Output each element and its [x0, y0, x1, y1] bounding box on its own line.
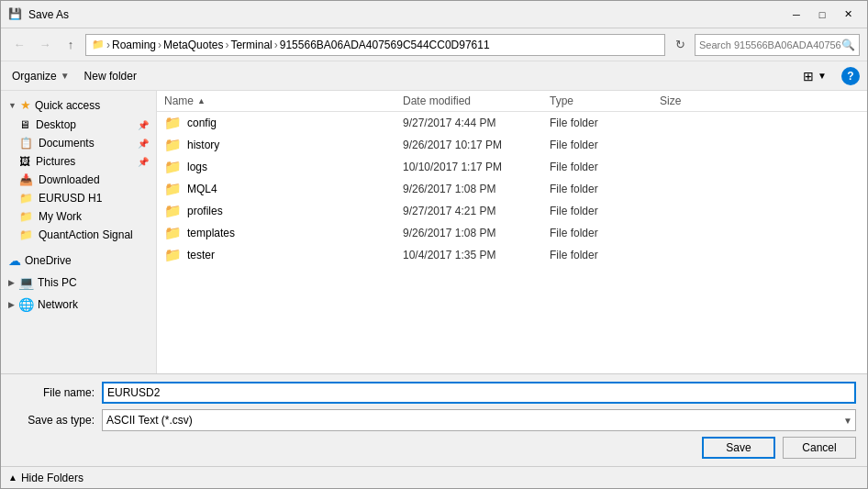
folder-icon: 📁 [164, 115, 182, 131]
documents-icon: 📋 [19, 137, 33, 150]
content-area: ▼ ★ Quick access 🖥 Desktop 📌 📋 Documents… [1, 91, 867, 373]
file-cell-date: 9/26/2017 1:08 PM [403, 227, 550, 239]
breadcrumb-metaquotes: MetaQuotes [163, 39, 223, 51]
network-label: Network [38, 298, 78, 311]
breadcrumb-bar[interactable]: 📁 › Roaming › MetaQuotes › Terminal › 91… [85, 34, 665, 56]
bottom-area: File name: Save as type: ASCII Text (*.c… [1, 373, 867, 466]
file-cell-name: 📁 profiles [164, 203, 403, 219]
file-cell-type: File folder [550, 205, 660, 217]
savetype-select[interactable]: ASCII Text (*.csv) [102, 409, 856, 431]
refresh-button[interactable]: ↻ [669, 34, 691, 56]
back-button[interactable]: ← [8, 34, 30, 56]
quick-access-star-icon: ★ [20, 98, 31, 112]
breadcrumb-terminal: Terminal [230, 39, 272, 51]
table-row[interactable]: 📁 logs 10/10/2017 1:17 PM File folder [157, 156, 867, 178]
file-cell-type: File folder [550, 227, 660, 239]
breadcrumb-roaming: Roaming [112, 39, 156, 51]
sidebar-item-pictures-label: Pictures [36, 155, 75, 168]
thispc-label: This PC [38, 276, 77, 289]
sidebar-item-mywork-label: My Work [39, 210, 82, 223]
cancel-button[interactable]: Cancel [783, 437, 856, 459]
sidebar-section-network[interactable]: ▶ 🌐 Network [1, 294, 156, 316]
file-cell-name: 📁 templates [164, 225, 403, 241]
forward-button[interactable]: → [34, 34, 56, 56]
column-size[interactable]: Size [660, 94, 860, 107]
sidebar-item-documents-label: Documents [39, 137, 95, 150]
table-row[interactable]: 📁 config 9/27/2017 4:44 PM File folder [157, 112, 867, 134]
save-button[interactable]: Save [702, 437, 775, 459]
sidebar-item-downloaded[interactable]: 📥 Downloaded [1, 171, 156, 189]
sidebar-section-thispc[interactable]: ▶ 💻 This PC [1, 272, 156, 294]
column-name[interactable]: Name ▲ [164, 94, 403, 107]
breadcrumb-item: 📁 [92, 39, 105, 50]
new-folder-button[interactable]: New folder [81, 68, 140, 84]
thispc-arrow-icon: ▶ [8, 278, 15, 287]
file-cell-type: File folder [550, 183, 660, 195]
file-name: templates [187, 227, 235, 239]
sidebar-item-pictures[interactable]: 🖼 Pictures 📌 [1, 152, 156, 171]
sidebar-item-mywork[interactable]: 📁 My Work [1, 207, 156, 226]
quantaction-folder-icon: 📁 [19, 228, 33, 241]
file-cell-date: 9/26/2017 1:08 PM [403, 183, 550, 195]
organize-label: Organize [12, 70, 57, 83]
up-button[interactable]: ↑ [60, 34, 82, 56]
pin-icon: 📌 [138, 120, 149, 130]
help-button[interactable]: ? [841, 67, 860, 85]
file-cell-type: File folder [550, 161, 660, 173]
file-name: logs [187, 161, 207, 173]
savetype-row: Save as type: ASCII Text (*.csv) ▼ [12, 409, 856, 431]
table-row[interactable]: 📁 tester 10/4/2017 1:35 PM File folder [157, 244, 867, 266]
table-row[interactable]: 📁 profiles 9/27/2017 4:21 PM File folder [157, 200, 867, 222]
buttons-row: Save Cancel [12, 437, 856, 459]
sidebar-item-eurusd[interactable]: 📁 EURUSD H1 [1, 189, 156, 207]
file-cell-name: 📁 tester [164, 247, 403, 263]
sidebar-item-desktop[interactable]: 🖥 Desktop 📌 [1, 116, 156, 134]
file-cell-date: 9/27/2017 4:21 PM [403, 205, 550, 217]
search-icon: 🔍 [841, 39, 855, 51]
table-row[interactable]: 📁 MQL4 9/26/2017 1:08 PM File folder [157, 178, 867, 200]
folder-icon: 📁 [164, 137, 182, 153]
sidebar-section-quick-access[interactable]: ▼ ★ Quick access [1, 94, 156, 116]
organize-button[interactable]: Organize ▼ [8, 68, 73, 84]
view-button[interactable]: ⊞ ▼ [799, 67, 830, 85]
file-cell-type: File folder [550, 249, 660, 261]
dialog-title: Save As [28, 8, 785, 21]
filename-label: File name: [12, 386, 95, 399]
sidebar-item-documents[interactable]: 📋 Documents 📌 [1, 134, 156, 152]
dialog-icon: 💾 [8, 7, 23, 22]
sidebar-item-quantaction-label: QuantAction Signal [39, 228, 133, 241]
view-dropdown-icon: ▼ [818, 71, 827, 81]
table-row[interactable]: 📁 history 9/26/2017 10:17 PM File folder [157, 134, 867, 156]
pin-icon-pics: 📌 [138, 157, 149, 167]
file-name: profiles [187, 205, 223, 217]
folder-icon: 📁 [164, 181, 182, 197]
pin-icon-docs: 📌 [138, 139, 149, 149]
mywork-folder-icon: 📁 [19, 210, 33, 223]
folder-icon: 📁 [164, 159, 182, 175]
file-cell-type: File folder [550, 117, 660, 129]
minimize-button[interactable]: ─ [785, 6, 808, 24]
breadcrumb-hash: 915566BA06ADA407569C544CC0D97611 [280, 39, 490, 51]
search-input[interactable] [699, 39, 841, 50]
sidebar-item-quantaction[interactable]: 📁 QuantAction Signal [1, 226, 156, 244]
hide-folders-bar[interactable]: ▲ Hide Folders [1, 466, 867, 488]
pc-icon: 💻 [18, 275, 34, 290]
pictures-icon: 🖼 [19, 155, 30, 168]
navigation-toolbar: ← → ↑ 📁 › Roaming › MetaQuotes › Termina… [1, 28, 867, 61]
column-date[interactable]: Date modified [403, 94, 550, 107]
file-cell-date: 10/10/2017 1:17 PM [403, 161, 550, 173]
table-row[interactable]: 📁 templates 9/26/2017 1:08 PM File folde… [157, 222, 867, 244]
file-name: tester [187, 249, 215, 261]
sidebar-section-onedrive[interactable]: ☁ OneDrive [1, 250, 156, 272]
maximize-button[interactable]: □ [810, 6, 834, 24]
column-type[interactable]: Type [550, 94, 660, 107]
search-box[interactable]: 🔍 [695, 34, 860, 56]
hide-folders-chevron-icon: ▲ [8, 472, 17, 483]
close-button[interactable]: ✕ [836, 6, 860, 24]
filename-row: File name: [12, 382, 856, 404]
file-cell-date: 10/4/2017 1:35 PM [403, 249, 550, 261]
folder-icon: 📁 [164, 247, 182, 263]
file-name: MQL4 [187, 183, 217, 195]
file-name: history [187, 139, 219, 151]
filename-input[interactable] [102, 382, 856, 404]
